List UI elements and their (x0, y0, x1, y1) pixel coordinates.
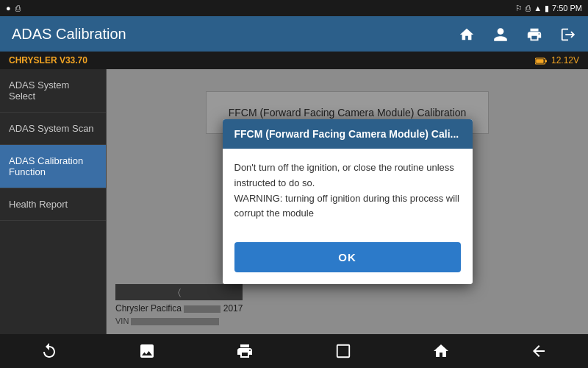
printer-nav-icon[interactable] (227, 336, 262, 366)
status-bar: ● ⎙ ⚐ ⎙ ▲ ▮ 7:50 PM (0, 0, 588, 16)
refresh-nav-icon[interactable] (32, 336, 67, 366)
dialog-message: Don't turn off the ignition, or close th… (234, 162, 459, 219)
bluetooth-icon: ⎙ (15, 4, 21, 13)
app-title: ADAS Calibration (12, 26, 459, 43)
sidebar-item-health-report[interactable]: Health Report (0, 188, 106, 221)
exit-icon[interactable] (560, 25, 576, 43)
print-icon[interactable] (526, 25, 542, 43)
sidebar-item-adas-system-scan[interactable]: ADAS System Scan (0, 113, 106, 145)
time-display: 7:50 PM (552, 4, 582, 13)
back-nav-icon[interactable] (521, 336, 556, 366)
bottom-nav (0, 334, 588, 368)
dialog-header: FFCM (Forward Facing Camera Module) Cali… (223, 119, 473, 149)
status-bar-left: ● ⎙ (6, 4, 21, 13)
status-bar-right: ⚐ ⎙ ▲ ▮ 7:50 PM (515, 4, 582, 13)
sub-header: CHRYSLER V33.70 12.12V (0, 52, 588, 69)
sidebar: ADAS System Select ADAS System Scan ADAS… (0, 69, 107, 334)
image-nav-icon[interactable] (129, 336, 165, 366)
header-icons (459, 25, 576, 43)
voltage-display: 12.12V (535, 55, 579, 66)
app-header: ADAS Calibration (0, 16, 588, 52)
location-icon: ⚐ (515, 4, 523, 13)
svg-rect-3 (337, 345, 349, 358)
content-panel: FFCM (Forward Facing Camera Module) Cali… (107, 69, 588, 334)
svg-rect-1 (545, 60, 546, 62)
dialog: FFCM (Forward Facing Camera Module) Cali… (223, 119, 473, 284)
user-icon[interactable] (492, 25, 509, 43)
dialog-footer: OK (223, 233, 473, 284)
bluetooth2-icon: ⎙ (526, 4, 531, 13)
home-nav-icon[interactable] (423, 336, 459, 366)
square-nav-icon[interactable] (326, 336, 361, 366)
signal-icon: ● (6, 4, 11, 13)
dialog-ok-button[interactable]: OK (234, 242, 461, 272)
chrysler-version: CHRYSLER V33.70 (9, 55, 87, 66)
signal2-icon: ▲ (534, 4, 542, 13)
home-icon[interactable] (459, 25, 475, 43)
sidebar-item-adas-system-select[interactable]: ADAS System Select (0, 69, 106, 113)
sidebar-item-adas-calibration-function[interactable]: ADAS Calibration Function (0, 145, 106, 188)
dialog-overlay: FFCM (Forward Facing Camera Module) Cali… (107, 69, 588, 334)
main-content: ADAS System Select ADAS System Scan ADAS… (0, 69, 588, 334)
battery-icon: ▮ (545, 4, 549, 13)
svg-rect-2 (536, 59, 543, 63)
dialog-body: Don't turn off the ignition, or close th… (223, 149, 473, 233)
